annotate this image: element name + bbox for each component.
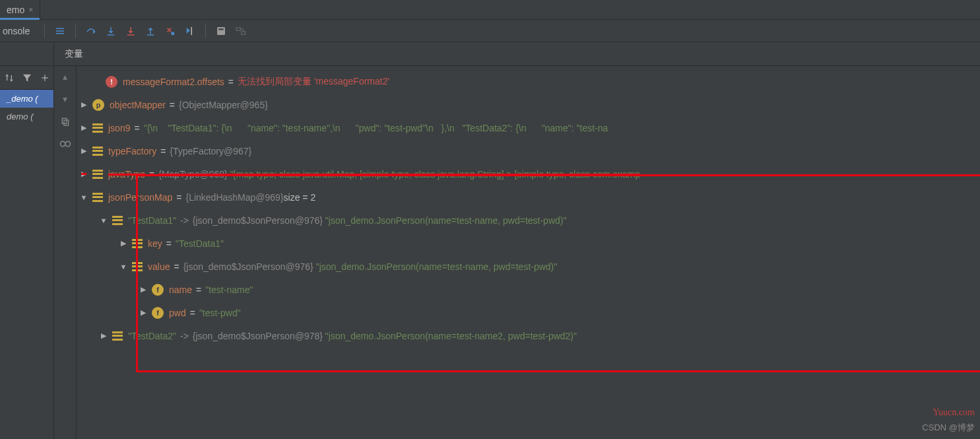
var-row-error[interactable]: ▶ ! messageFormat2.offsets = 无法找到局部变量 'm… [77, 70, 980, 93]
debug-toolbar: onsole [0, 20, 980, 42]
stack-icon [112, 331, 123, 341]
divider [205, 24, 206, 38]
add-icon[interactable] [38, 71, 51, 84]
var-name: jsonPersonMap [108, 192, 172, 203]
thread-item[interactable]: demo ( [0, 108, 53, 125]
frames-header [0, 42, 53, 66]
var-name: messageFormat2.offsets [123, 77, 224, 87]
stack-icon [92, 123, 103, 133]
tab-strip: emo × [0, 0, 980, 20]
var-row[interactable]: ▶ typeFactory = {TypeFactory@967} [77, 139, 980, 162]
force-step-into-icon[interactable] [121, 21, 141, 41]
collapse-icon[interactable]: ▼ [119, 263, 128, 271]
variables-tree[interactable]: ▶ ! messageFormat2.offsets = 无法找到局部变量 'm… [77, 66, 980, 439]
svg-point-26 [65, 141, 71, 147]
collapse-icon[interactable]: ▼ [79, 193, 88, 201]
field-icon: f [152, 307, 164, 319]
stack-icon [92, 170, 103, 179]
stack-icon [132, 239, 143, 248]
filter-icon[interactable] [20, 71, 34, 84]
watermark: Yuucn.com [933, 407, 975, 418]
var-name: value [148, 261, 170, 272]
step-into-icon[interactable] [101, 21, 121, 41]
var-name: key [148, 238, 162, 249]
close-icon[interactable]: × [28, 5, 33, 15]
var-value: {TypeFactory@967} [170, 146, 251, 156]
stack-icon [132, 262, 143, 271]
var-row[interactable]: ▶ "TestData2" -> {json_demo$JsonPerson@9… [77, 324, 980, 347]
svg-rect-16 [242, 31, 245, 34]
var-row[interactable]: ▶ javaType = {MapType@968} "[map type; c… [77, 162, 980, 186]
var-value: "TestData1" [176, 238, 224, 249]
expand-icon[interactable]: ▶ [119, 239, 128, 248]
divider [44, 24, 45, 38]
var-row[interactable]: ▶ json9 = "{\n "TestData1": {\n "name": … [77, 116, 980, 139]
stack-icon [112, 216, 123, 225]
collapse-icon[interactable]: ▼ [99, 217, 108, 224]
chevron-down-icon[interactable]: ▾ [59, 92, 72, 106]
drop-frame-icon[interactable] [160, 21, 180, 41]
svg-rect-14 [219, 28, 224, 30]
debug-panel: _demo ( demo ( 变量 ▴ ▾ ▶ ! messageFormat2… [0, 42, 980, 439]
var-name: name [169, 285, 192, 295]
var-name: typeFactory [108, 146, 156, 156]
stack-icon [92, 147, 103, 156]
variables-panel: 变量 ▴ ▾ ▶ ! messageFormat2.offsets = 无法找到… [54, 42, 980, 439]
evaluate-expression-icon[interactable] [211, 21, 231, 41]
var-name: pwd [169, 308, 186, 318]
var-row[interactable]: ▼ value = {json_demo$JsonPerson@976} "js… [77, 255, 980, 278]
var-name: json9 [108, 123, 130, 133]
var-row[interactable]: ▶ key = "TestData1" [77, 232, 980, 255]
var-value: 无法找到局部变量 'messageFormat2' [238, 76, 389, 88]
expand-icon[interactable]: ▶ [139, 308, 148, 317]
stack-icon [92, 193, 103, 202]
watermark: CSDN @博梦 [922, 422, 975, 434]
step-over-icon[interactable] [81, 21, 101, 41]
var-row[interactable]: ▶ p objectMapper = {ObjectMapper@965} [77, 93, 980, 116]
error-icon: ! [106, 76, 117, 88]
var-value: "test-pwd" [199, 308, 241, 318]
step-out-icon[interactable] [141, 21, 160, 41]
tab-title: emo [7, 5, 24, 15]
var-row[interactable]: ▼ "TestData1" -> {json_demo$JsonPerson@9… [77, 209, 980, 232]
file-tab[interactable]: emo × [0, 0, 40, 19]
svg-rect-24 [64, 120, 69, 125]
thread-item-selected[interactable]: _demo ( [0, 90, 53, 108]
var-value: "test-name" [205, 285, 253, 295]
expand-icon[interactable]: ▶ [79, 123, 88, 132]
expand-icon[interactable]: ▶ [99, 331, 108, 340]
map-key: "TestData2" [128, 331, 176, 341]
expand-icon[interactable]: ▶ [79, 170, 88, 178]
chevron-up-icon[interactable]: ▴ [59, 70, 72, 83]
frames-toolbar [0, 66, 53, 90]
frames-panel: _demo ( demo ( [0, 42, 54, 439]
divider [75, 24, 76, 38]
variables-gutter: ▴ ▾ [54, 66, 77, 439]
copy-icon[interactable] [59, 115, 72, 128]
expand-icon[interactable]: ▶ [139, 285, 148, 294]
expand-icon[interactable]: ▶ [79, 100, 88, 109]
field-icon: f [152, 284, 164, 296]
map-key: "TestData1" [128, 215, 176, 226]
object-icon: p [92, 99, 104, 111]
variables-header: 变量 [54, 42, 980, 66]
watch-icon[interactable] [59, 137, 72, 151]
expand-icon[interactable]: ▶ [79, 147, 88, 155]
var-name: objectMapper [110, 100, 166, 110]
var-row[interactable]: ▼ jsonPersonMap = {LinkedHashMap@969} si… [77, 186, 980, 209]
run-to-cursor-icon[interactable] [180, 21, 200, 41]
var-row[interactable]: ▶ f pwd = "test-pwd" [77, 301, 980, 324]
var-name: javaType [108, 169, 145, 180]
trace-current-stream-chain-icon [231, 21, 251, 41]
var-value: {ObjectMapper@965} [179, 100, 268, 110]
svg-point-25 [60, 141, 65, 147]
console-label[interactable]: onsole [0, 26, 39, 36]
svg-rect-11 [172, 32, 175, 35]
svg-rect-15 [237, 27, 241, 30]
svg-rect-13 [217, 27, 225, 35]
sort-icon[interactable] [3, 71, 16, 84]
show-execution-point-icon[interactable] [50, 21, 70, 41]
svg-rect-23 [62, 118, 67, 123]
var-row[interactable]: ▶ f name = "test-name" [77, 278, 980, 301]
